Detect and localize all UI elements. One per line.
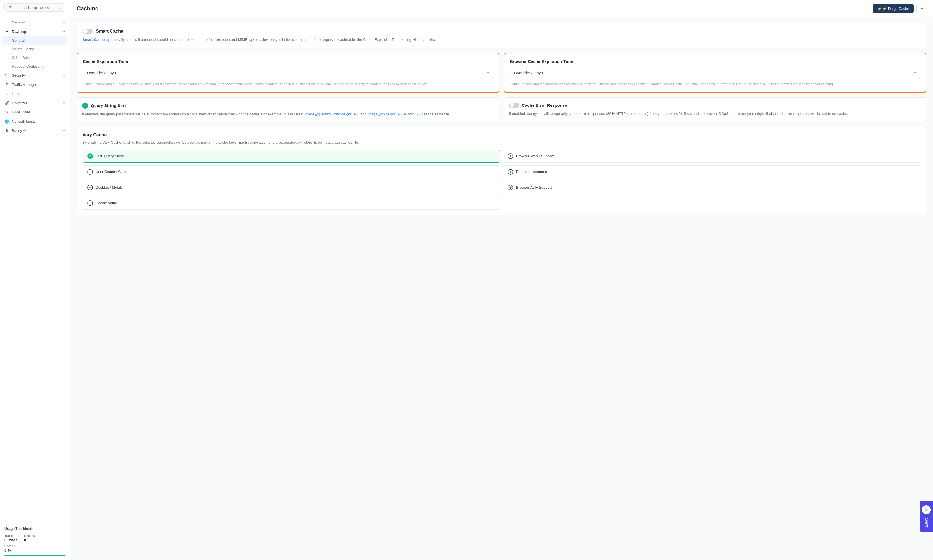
- cache-expiration-select-wrapper: Override: 3 days Override: 1 hour Overri…: [83, 68, 493, 78]
- expand-icon[interactable]: ⤢: [62, 527, 65, 531]
- vary-cache-title: Vary Cache: [83, 132, 921, 137]
- cache-error-response-title: Cache Error Response: [522, 103, 567, 108]
- query-string-sort-desc: If enabled, the query parameters will be…: [82, 111, 494, 117]
- toggle-knob: [510, 103, 514, 108]
- gear-icon: ⚙: [5, 129, 9, 133]
- usage-header: Usage This Month ⤢: [5, 527, 65, 531]
- sidebar-item-network-limits[interactable]: 🌐 Network Limits: [0, 117, 69, 126]
- browser-cache-expiration-select-wrapper: Override: 3 days Override: 1 hour Overri…: [510, 68, 920, 78]
- cache-error-response-desc: If enabled, bunny.net will temporarily c…: [509, 111, 921, 117]
- query-string-sort-title: Query String Sort: [91, 103, 126, 108]
- plus-icon: +: [87, 185, 93, 190]
- usage-title: Usage This Month: [5, 527, 33, 531]
- cache-expiration-desc: Configure how long our edge servers will…: [83, 82, 493, 87]
- plus-icon: +: [507, 185, 513, 190]
- chevron-icon: ∨: [63, 20, 65, 24]
- vary-cache-section: Vary Cache By enabling Vary Cache, each …: [77, 126, 926, 215]
- plus-icon: +: [87, 169, 93, 175]
- smart-cache-description: Smart Cache dynamically selects if a req…: [83, 37, 921, 43]
- vary-options-grid: ✓ URL Query String + Browser WebP Suppor…: [83, 150, 921, 209]
- dots-icon: ···: [919, 6, 923, 11]
- plus-icon: +: [507, 169, 513, 175]
- chat-bunny-icon: 🐰: [922, 505, 931, 514]
- expiration-grid: Cache Expiration Time Override: 3 days O…: [77, 53, 926, 93]
- check-icon: ✓: [87, 154, 93, 159]
- smart-cache-title: Smart Cache: [96, 29, 123, 34]
- chat-label: CHAT: [924, 517, 928, 528]
- requests-stat: Requests 0: [24, 534, 37, 542]
- sidebar-item-caching[interactable]: ≡ Caching ∧: [0, 27, 69, 36]
- chevron-icon: ∨: [63, 74, 65, 77]
- sidebar-item-general[interactable]: ≡ General ∨: [0, 18, 69, 27]
- cache-hit-stat: Cache HIT 0 %: [5, 545, 65, 552]
- purge-icon: ⚡: [877, 6, 882, 11]
- smart-cache-card: Smart Cache Smart Cache dynamically sele…: [77, 23, 926, 48]
- plus-icon: +: [507, 154, 513, 159]
- vary-option-cookie-value[interactable]: + Cookie Value: [83, 197, 500, 209]
- menu-icon: ≡: [5, 20, 9, 24]
- sidebar-item-optimizer[interactable]: 🚀 Optimizer ∨: [0, 98, 69, 108]
- scissors-icon: ✂: [5, 110, 9, 114]
- cache-error-response-card: Cache Error Response If enabled, bunny.n…: [504, 97, 926, 122]
- chat-widget[interactable]: 🐰 CHAT: [919, 501, 933, 532]
- browser-cache-expiration-desc: Configure how long the browser caching t…: [510, 82, 920, 87]
- usage-bar: [5, 555, 65, 555]
- vary-option-browser-webp-support[interactable]: + Browser WebP Support: [503, 150, 921, 163]
- sidebar-item-security[interactable]: 🛡 Security ∨: [0, 71, 69, 80]
- sidebar-sub-item-perma-cache[interactable]: Perma-Cache: [0, 45, 69, 53]
- location-icon: 📍: [5, 82, 9, 87]
- cache-error-response-header: Cache Error Response: [509, 103, 921, 108]
- purge-cache-button[interactable]: ⚡ ⚡ Purge Cache: [873, 4, 914, 13]
- more-options-button[interactable]: ···: [916, 4, 926, 13]
- menu-icon: ≡: [5, 92, 9, 96]
- query-string-sort-card: ✓ Query String Sort If enabled, the quer…: [77, 97, 499, 122]
- plus-icon: +: [87, 200, 93, 206]
- usage-stats: Traffic 0 Bytes Requests 0: [5, 534, 65, 542]
- sidebar-item-bunny-ai[interactable]: ⚙ Bunny AI ∨: [0, 126, 69, 135]
- chevron-icon: ∨: [63, 101, 65, 105]
- site-selector[interactable]: 📍 test-media-api-sports ⌄: [5, 3, 65, 12]
- rocket-icon: 🚀: [5, 101, 9, 105]
- chevron-down-icon: ⌄: [59, 6, 62, 9]
- shield-icon: 🛡: [5, 73, 9, 77]
- main-content: Caching ⚡ ⚡ Purge Cache ··· Smart Cache: [70, 0, 933, 560]
- chevron-icon: ∨: [63, 129, 65, 132]
- sidebar-item-edge-rules[interactable]: ✂ Edge Rules: [0, 108, 69, 117]
- vary-option-browser-avif-support[interactable]: + Browser AVIF Support: [503, 181, 921, 194]
- sidebar-item-headers[interactable]: ≡ Headers: [0, 89, 69, 98]
- toggle-knob: [83, 29, 88, 34]
- usage-section: Usage This Month ⤢ Traffic 0 Bytes Reque…: [0, 522, 69, 560]
- query-string-sort-header: ✓ Query String Sort: [82, 103, 494, 109]
- sidebar-sub-item-request-coalescing[interactable]: Request Coalescing: [0, 62, 69, 71]
- sidebar-sub-item-general[interactable]: General: [2, 36, 68, 45]
- browser-cache-expiration-select[interactable]: Override: 3 days Override: 1 hour Overri…: [510, 68, 920, 78]
- vary-option-desktop-mobile[interactable]: + Desktop / Mobile: [83, 181, 500, 194]
- content-area: Smart Cache Smart Cache dynamically sele…: [70, 17, 933, 226]
- chevron-up-icon: ∧: [63, 29, 65, 33]
- features-grid: ✓ Query String Sort If enabled, the quer…: [77, 97, 926, 122]
- smart-cache-toggle[interactable]: [83, 29, 93, 34]
- vary-option-request-hostname[interactable]: + Request Hostname: [503, 165, 921, 178]
- cache-expiration-card: Cache Expiration Time Override: 3 days O…: [77, 53, 499, 93]
- location-icon: 📍: [8, 5, 12, 10]
- browser-cache-expiration-title: Browser Cache Expiration Time: [510, 59, 920, 64]
- sidebar-nav: ≡ General ∨ ≡ Caching ∧ General Perma-Ca…: [0, 15, 69, 522]
- vary-cache-description: By enabling Vary Cache, each of the sele…: [83, 140, 921, 145]
- traffic-stat: Traffic 0 Bytes: [5, 534, 17, 542]
- sidebar-item-traffic-manager[interactable]: 📍 Traffic Manager: [0, 80, 69, 89]
- sidebar: 📍 test-media-api-sports ⌄ ≡ General ∨ ≡ …: [0, 0, 70, 560]
- cache-expiration-title: Cache Expiration Time: [83, 59, 493, 64]
- cache-error-response-toggle[interactable]: [509, 103, 519, 108]
- vary-option-url-query-string[interactable]: ✓ URL Query String: [83, 150, 500, 163]
- browser-cache-expiration-card: Browser Cache Expiration Time Override: …: [504, 53, 926, 93]
- menu-icon: ≡: [5, 29, 9, 34]
- sidebar-sub-item-origin-shield[interactable]: Origin Shield: [0, 53, 69, 62]
- page-title: Caching: [77, 5, 99, 12]
- sidebar-header: 📍 test-media-api-sports ⌄: [0, 0, 69, 15]
- vary-option-user-country-code[interactable]: + User Country Code: [83, 165, 500, 178]
- check-icon: ✓: [82, 103, 88, 109]
- cache-expiration-select[interactable]: Override: 3 days Override: 1 hour Overri…: [83, 68, 493, 78]
- site-name: test-media-api-sports: [15, 6, 57, 10]
- top-bar-actions: ⚡ ⚡ Purge Cache ···: [873, 4, 926, 13]
- top-bar: Caching ⚡ ⚡ Purge Cache ···: [70, 0, 933, 17]
